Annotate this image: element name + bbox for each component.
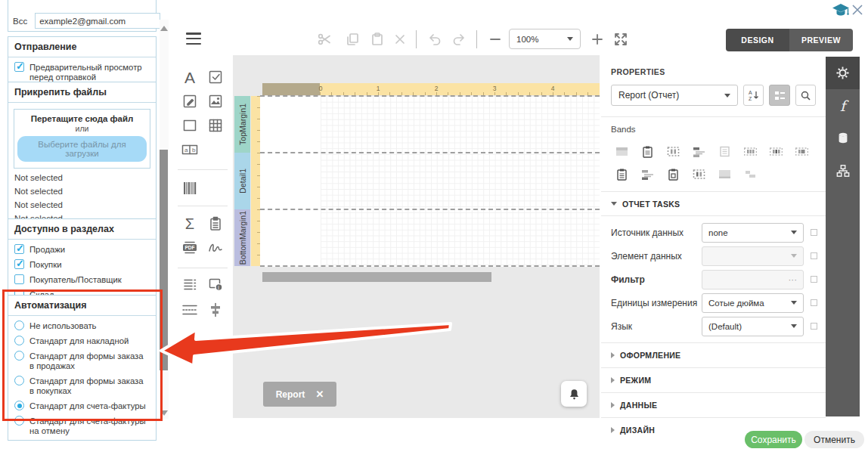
automation-option[interactable]: Стандарт для накладной [14, 336, 150, 346]
pdf-export-icon[interactable]: PDF [180, 237, 200, 257]
property-state-marker[interactable] [811, 299, 817, 306]
band-bottommargin[interactable]: BottomMargin1 [234, 209, 250, 266]
availability-option-customer-supplier[interactable]: Покупатель/Поставщик [14, 274, 150, 285]
copy-button[interactable] [343, 29, 362, 49]
automation-option[interactable]: Стандарт для счета-фактуры на отмену [14, 416, 150, 436]
band-icon-12[interactable] [686, 163, 711, 185]
radio-no-use[interactable] [14, 320, 24, 330]
group-view-button[interactable] [769, 85, 789, 106]
band-separator[interactable] [260, 152, 600, 153]
availability-option-purchases[interactable]: Покупки [14, 259, 150, 270]
availability-option-sales[interactable]: Продажи [14, 244, 150, 255]
band-icon-01[interactable] [609, 140, 634, 163]
richtext-component-icon[interactable] [180, 91, 200, 111]
text-component-icon[interactable]: A [180, 67, 200, 87]
left-panel-scrollbar[interactable] [160, 20, 169, 419]
language-select[interactable]: (Default) [702, 317, 804, 336]
functions-tab-button[interactable]: f [826, 89, 860, 122]
radio-invoice[interactable] [14, 401, 24, 410]
band-separator[interactable] [260, 209, 600, 210]
band-topmargin[interactable]: TopMargin1 [234, 96, 250, 153]
radio-sales-order-form[interactable] [14, 351, 24, 361]
sales-checkbox[interactable] [14, 244, 24, 254]
choose-files-button[interactable]: Выберите файлы для загрузки [17, 136, 147, 162]
radio-purchase-order-form[interactable] [14, 376, 24, 385]
band-icon-07[interactable] [763, 140, 789, 163]
save-button[interactable]: Сохранить [745, 431, 802, 448]
barcode-component-icon[interactable] [180, 178, 200, 198]
report-tasks-header[interactable]: ОТЧЕТ TASKS [611, 192, 816, 215]
customer-supplier-checkbox[interactable] [14, 274, 24, 284]
band-icon-13[interactable] [711, 163, 737, 185]
paste-button[interactable] [367, 29, 387, 49]
cut-button[interactable] [315, 29, 334, 49]
report-page[interactable] [260, 96, 600, 267]
band-icon-05[interactable] [711, 140, 737, 163]
report-design-canvas[interactable]: 0 1 2 3 4 TopMargin1 Detail1 BottomMargi… [233, 55, 600, 418]
scroll-down-arrow-icon[interactable] [160, 410, 168, 416]
checkbox-component-icon[interactable] [206, 67, 225, 87]
list-lines-icon[interactable] [180, 274, 200, 294]
band-icon-02[interactable] [634, 140, 660, 163]
close-dialog-button[interactable] [851, 3, 864, 17]
tab-preview[interactable]: PREVIEW [789, 29, 853, 51]
section-data[interactable]: ДАННЫЕ [611, 393, 816, 417]
zoom-out-button[interactable] [485, 29, 505, 49]
text-in-cells-component-icon[interactable]: ab [180, 140, 200, 159]
panel-info-icon[interactable]: i [206, 274, 225, 294]
automation-option[interactable]: Не использовать [14, 320, 150, 331]
image-component-icon[interactable] [206, 91, 225, 111]
cancel-button[interactable]: Отменить [804, 431, 864, 448]
fullscreen-button[interactable] [611, 29, 631, 49]
redo-button[interactable] [449, 29, 469, 49]
section-mode[interactable]: РЕЖИМ [611, 368, 816, 392]
data-dictionary-tab-button[interactable] [826, 122, 860, 154]
units-select[interactable]: Сотые дюйма [702, 293, 804, 313]
section-appearance[interactable]: ОФОРМЛЕНИЕ [611, 343, 816, 367]
purchases-checkbox[interactable] [14, 259, 24, 269]
delete-button[interactable] [390, 29, 410, 49]
undo-button[interactable] [425, 29, 445, 49]
search-button[interactable] [795, 85, 816, 106]
notifications-button[interactable] [561, 381, 587, 407]
band-icon-11[interactable] [660, 163, 686, 185]
property-state-marker[interactable] [811, 229, 817, 236]
signature-component-icon[interactable] [206, 237, 225, 257]
band-icon-09[interactable] [609, 163, 634, 185]
table-component-icon[interactable] [206, 116, 225, 135]
band-icon-08[interactable] [789, 140, 814, 163]
bcc-input[interactable] [35, 13, 160, 29]
preview-before-send-checkbox[interactable] [14, 62, 24, 72]
radio-waybill[interactable] [14, 336, 24, 345]
properties-tab-button[interactable] [826, 57, 860, 89]
preview-before-send-option[interactable]: Предварительный просмотр перед отправкой [14, 62, 150, 82]
distribute-spacing-icon[interactable] [206, 300, 225, 320]
total-sum-icon[interactable]: Σ [180, 214, 200, 234]
band-icon-10[interactable] [634, 163, 660, 185]
band-icon-03[interactable] [660, 140, 686, 163]
band-icon-14[interactable] [737, 163, 763, 185]
file-dropzone[interactable]: Перетащите сюда файл или Выберите файлы … [14, 109, 150, 169]
band-icon-06[interactable] [737, 140, 763, 163]
radio-invoice-cancel[interactable] [14, 416, 24, 426]
zoom-in-button[interactable] [587, 29, 607, 49]
tab-design[interactable]: DESIGN [726, 29, 789, 51]
band-icon-04[interactable] [686, 140, 711, 163]
band-detail[interactable]: Detail1 [234, 153, 250, 209]
scroll-up-arrow-icon[interactable] [160, 26, 168, 31]
data-source-select[interactable]: none [702, 223, 804, 243]
report-tab[interactable]: Report ✕ [263, 382, 336, 407]
automation-option[interactable]: Стандарт для формы заказа в покупках [14, 376, 150, 396]
property-state-marker[interactable] [811, 276, 817, 283]
menu-hamburger-icon[interactable] [186, 33, 201, 45]
close-report-tab-icon[interactable]: ✕ [315, 389, 324, 400]
object-selector[interactable]: Report (Отчет) [611, 85, 738, 106]
property-state-marker[interactable] [811, 252, 817, 259]
band-separator[interactable] [260, 95, 600, 97]
band-separator[interactable] [260, 265, 600, 267]
sort-az-button[interactable]: AZ [743, 85, 764, 106]
automation-option[interactable]: Стандарт для формы заказа в продажах [14, 351, 150, 371]
zoom-level-select[interactable]: 100% [509, 29, 581, 49]
horizontal-band-icon[interactable] [180, 300, 200, 320]
clipboard-summary-icon[interactable] [206, 214, 225, 234]
